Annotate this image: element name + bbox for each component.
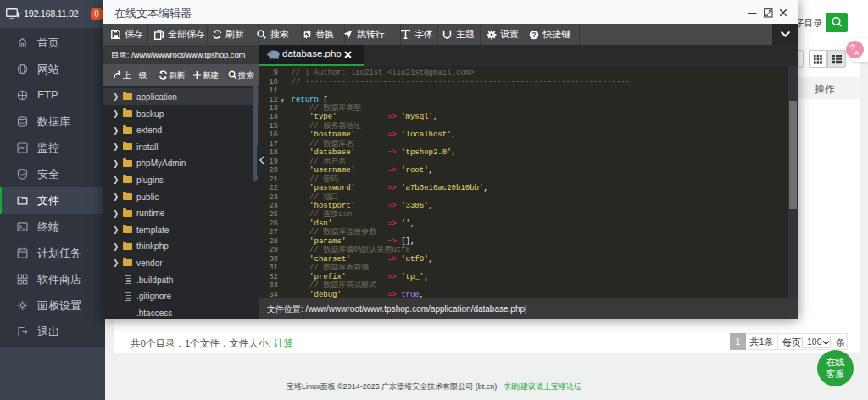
svg-text:A: A [854,49,860,57]
svg-text:?: ? [532,31,537,39]
